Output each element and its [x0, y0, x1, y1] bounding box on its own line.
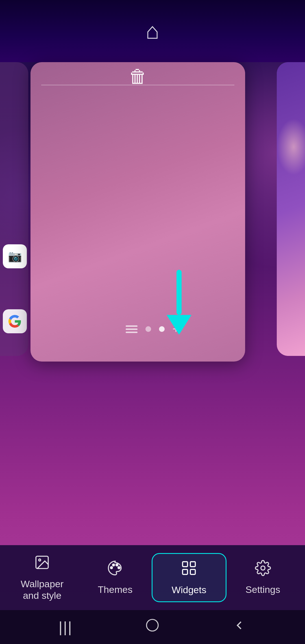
bottom-navigation: Wallpaper and style Themes Widgets	[0, 545, 305, 610]
themes-icon	[107, 560, 123, 580]
widgets-label: Widgets	[172, 584, 206, 596]
home-screen-icon: ⌂	[146, 18, 159, 44]
home-button[interactable]	[145, 617, 160, 637]
indicator-line-3	[126, 332, 138, 333]
nav-item-themes[interactable]: Themes	[79, 554, 152, 601]
svg-rect-7	[190, 562, 195, 567]
indicator-line-2	[126, 328, 138, 330]
svg-rect-6	[183, 562, 188, 567]
svg-point-10	[261, 566, 265, 570]
recent-apps-button[interactable]: |||	[59, 619, 73, 636]
settings-label: Settings	[245, 584, 280, 595]
screen-right-bg	[277, 62, 305, 356]
dot-indicator-2[interactable]	[159, 326, 165, 332]
themes-label: Themes	[98, 584, 132, 595]
wallpaper-icon	[34, 554, 50, 574]
nav-item-widgets[interactable]: Widgets	[152, 553, 226, 602]
trash-icon[interactable]: 🗑	[129, 66, 147, 87]
svg-point-4	[116, 564, 118, 566]
wallpaper-label: Wallpaper and style	[14, 578, 70, 601]
page-indicators: +	[0, 318, 305, 340]
screen-center[interactable]: 🗑	[30, 62, 245, 362]
app-icon-camera: 📷	[3, 244, 27, 268]
svg-rect-11	[147, 619, 158, 631]
nav-item-wallpaper[interactable]: Wallpaper and style	[6, 549, 79, 607]
settings-icon	[255, 560, 271, 580]
system-navigation-bar: |||	[0, 610, 305, 644]
back-button[interactable]	[232, 618, 246, 636]
arrow-shaft	[177, 270, 182, 315]
screen-right	[277, 62, 305, 356]
svg-rect-9	[190, 569, 195, 575]
arrow-indicator	[167, 270, 191, 335]
screen-header: 🗑	[30, 62, 245, 85]
svg-point-2	[110, 567, 112, 569]
dot-indicator-1[interactable]	[145, 326, 151, 332]
svg-point-1	[39, 559, 41, 561]
widgets-icon	[180, 560, 197, 580]
svg-rect-8	[183, 569, 188, 575]
arrow-head	[167, 315, 191, 335]
svg-point-3	[112, 564, 114, 566]
hamburger-indicator	[126, 325, 138, 333]
top-area: ⌂	[0, 0, 305, 62]
indicator-line-1	[126, 325, 138, 327]
svg-point-5	[118, 567, 120, 569]
nav-item-settings[interactable]: Settings	[226, 554, 300, 601]
screen-left: 📷	[0, 62, 28, 356]
